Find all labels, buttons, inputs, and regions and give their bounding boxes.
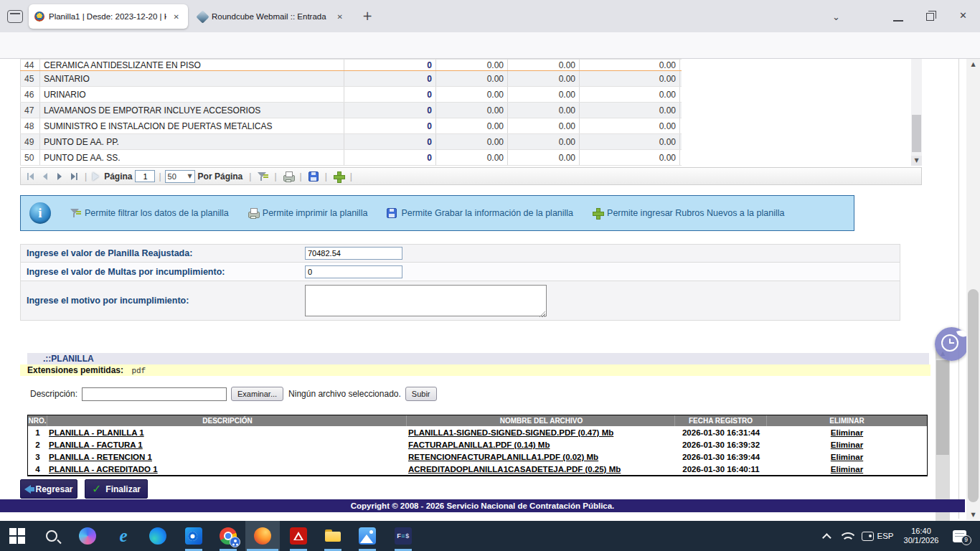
tray-clock[interactable]: 16:40 30/1/2026 [898, 521, 944, 551]
upload-row: Descripción: Examinar... Ningún archivo … [30, 386, 437, 402]
taskbar-acrobat-button[interactable] [281, 521, 316, 551]
taskbar-copilot-button[interactable] [70, 521, 105, 551]
scrollbar-thumb[interactable] [912, 115, 921, 152]
file-name-link[interactable]: RETENCIONFACTURAPLANILLA1.PDF (0.02) Mb [408, 453, 598, 461]
table-row[interactable]: 50 PUNTO DE AA. SS. 0 0.00 0.00 0.00 [20, 150, 682, 166]
next-page-icon[interactable] [55, 171, 65, 182]
per-page-label: Por Página [198, 171, 243, 182]
taskbar-photos-button[interactable] [350, 521, 385, 551]
table-row[interactable]: 49 PUNTO DE AA. PP. 0 0.00 0.00 0.00 [20, 134, 682, 150]
file-number: 3 [28, 453, 47, 461]
cast-screen-icon [862, 532, 874, 541]
page-content: 44 CERAMICA ANTIDESLIZANTE EN PISO 0 0.0… [0, 59, 980, 521]
content-edge-divider [958, 59, 959, 519]
scroll-down-icon[interactable]: ▼ [911, 156, 922, 166]
row-description: PUNTO DE AA. SS. [40, 150, 344, 165]
row-value: 0.00 [436, 71, 508, 86]
start-button[interactable] [0, 521, 34, 551]
notification-center-button[interactable]: 9 [947, 521, 971, 551]
table-row[interactable]: 47 LAVAMANOS DE EMPOTRAR INCLUYE ACCESOR… [20, 103, 682, 118]
add-row-icon[interactable] [333, 171, 344, 182]
table-row[interactable]: 44 CERAMICA ANTIDESLIZANTE EN PISO 0 0.0… [20, 59, 682, 71]
file-name-link[interactable]: FACTURAPLANILLA1.PDF (0.14) Mb [408, 441, 550, 449]
tab-planilla[interactable]: Planilla1 | Desde: 2023-12-20 | H ✕ [29, 4, 188, 29]
row-quantity[interactable]: 0 [344, 71, 436, 86]
per-page-select[interactable]: 50 ▼ [165, 170, 195, 183]
file-description-link[interactable]: PLANILLA - ACREDITADO 1 [49, 465, 158, 474]
page-number-input[interactable] [135, 170, 155, 182]
window-minimize-button[interactable] [893, 20, 903, 22]
scroll-down-icon[interactable]: ▼ [966, 509, 980, 520]
description-input[interactable] [82, 387, 227, 401]
table-row[interactable]: 46 URINARIO 0 0.00 0.00 0.00 [20, 87, 682, 103]
tab-roundcube[interactable]: Roundcube Webmail :: Entrada ✕ [192, 4, 352, 29]
row-quantity[interactable]: 0 [344, 150, 436, 165]
file-number: 4 [28, 465, 47, 474]
file-description-link[interactable]: PLANILLA - RETENCION 1 [49, 453, 152, 461]
file-description-link[interactable]: PLANILLA - FACTURA 1 [49, 441, 143, 449]
planilla-grid: 44 CERAMICA ANTIDESLIZANTE EN PISO 0 0.0… [20, 59, 682, 166]
last-page-icon[interactable] [69, 171, 79, 182]
floating-clock-widget[interactable] [935, 327, 969, 361]
file-name-link[interactable]: PLANILLA1-SIGNED-SIGNED-SIGNED.PDF (0.47… [408, 428, 613, 437]
delete-file-link[interactable]: Eliminar [831, 428, 863, 437]
tab-close-icon[interactable]: ✕ [171, 11, 182, 22]
row-quantity[interactable]: 0 [344, 60, 436, 70]
search-icon [46, 530, 57, 542]
delete-file-link[interactable]: Eliminar [831, 453, 863, 461]
resize-handle-icon[interactable] [539, 311, 545, 317]
row-quantity[interactable]: 0 [344, 118, 436, 133]
grid-scrollbar[interactable]: ▼ [911, 59, 922, 166]
row-quantity[interactable]: 0 [344, 87, 436, 102]
internet-explorer-icon: e [119, 527, 127, 545]
pagination-bar: | Página | 50 ▼ Por Página | | | | | [20, 167, 922, 185]
upload-button[interactable]: Subir [405, 387, 437, 401]
table-row[interactable]: 48 SUMINISTRO E INSTALACION DE PUERTAS M… [20, 118, 682, 134]
taskbar-edge-button[interactable] [141, 521, 175, 551]
delete-file-link[interactable]: Eliminar [831, 441, 863, 449]
save-icon[interactable] [308, 171, 319, 182]
scrollbar-thumb[interactable] [936, 360, 949, 455]
browse-button[interactable]: Examinar... [231, 387, 283, 401]
browser-scrollbar[interactable]: ▲ ▼ [966, 59, 980, 520]
taskbar-search-button[interactable] [34, 521, 69, 551]
back-button[interactable]: Regresar [20, 479, 77, 499]
first-page-icon[interactable] [26, 171, 36, 182]
file-name-link[interactable]: ACREDITADOPLANILLA1CASADETEJA.PDF (0.25)… [408, 465, 621, 474]
print-icon[interactable] [283, 171, 294, 182]
row-quantity[interactable]: 0 [344, 134, 436, 149]
previous-page-icon[interactable] [40, 171, 50, 182]
finish-button[interactable]: ✓ Finalizar [85, 479, 148, 499]
reajustada-input[interactable] [305, 247, 402, 260]
notification-badge: 9 [961, 535, 971, 545]
planilla-section-header: .::PLANILLA [27, 353, 929, 364]
scrollbar-thumb[interactable] [968, 289, 979, 502]
table-row[interactable]: 45 SANITARIO 0 0.00 0.00 0.00 [20, 71, 682, 87]
taskbar-file-explorer-button[interactable] [316, 521, 350, 551]
tab-list-chevron-icon[interactable]: ⌄ [832, 11, 840, 22]
taskbar-outlook-button[interactable] [176, 521, 211, 551]
go-to-page-icon[interactable] [93, 172, 99, 181]
tray-expand-button[interactable] [818, 521, 838, 551]
taskbar-internet-explorer-button[interactable]: e [106, 521, 141, 551]
motivo-textarea[interactable] [305, 285, 547, 316]
taskbar-firefox-button[interactable] [245, 521, 280, 551]
taskbar-fes-button[interactable]: F≡$ [386, 521, 420, 551]
multas-input[interactable] [305, 265, 402, 278]
firefox-view-icon[interactable] [7, 10, 23, 23]
window-restore-button[interactable] [926, 13, 934, 21]
file-description-link[interactable]: PLANILLA - PLANILLA 1 [49, 428, 144, 437]
row-value: 0.00 [508, 103, 580, 118]
taskbar-chrome-button[interactable] [211, 521, 245, 551]
windows-logo-icon [9, 528, 25, 544]
new-tab-button[interactable]: + [362, 9, 372, 23]
language-indicator[interactable]: ESP [872, 521, 898, 551]
scroll-up-icon[interactable]: ▲ [966, 59, 980, 70]
info-banner: i Permite filtrar los datos de la planil… [20, 195, 854, 231]
tab-close-icon[interactable]: ✕ [334, 11, 346, 22]
tray-network-button[interactable] [838, 521, 858, 551]
row-quantity[interactable]: 0 [344, 103, 436, 118]
window-close-button[interactable]: ✕ [959, 10, 967, 21]
delete-file-link[interactable]: Eliminar [831, 465, 863, 474]
filter-icon[interactable] [257, 171, 268, 182]
